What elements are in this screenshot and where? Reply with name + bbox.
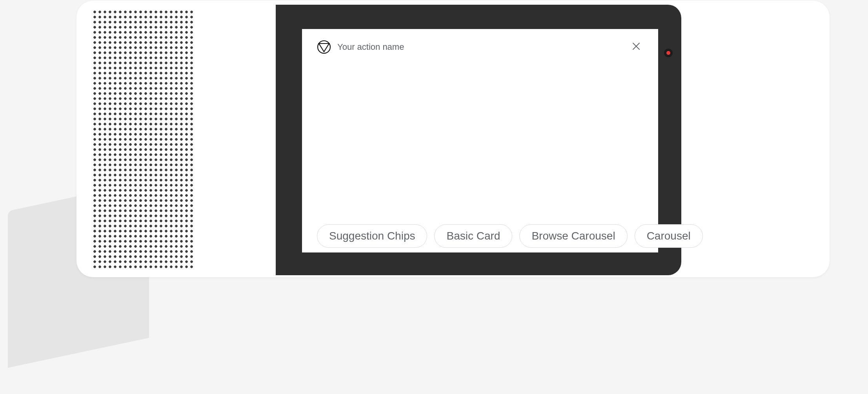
- screen-body: [302, 54, 658, 224]
- app-logo-icon: [317, 40, 331, 54]
- chip-label: Suggestion Chips: [329, 230, 415, 242]
- chip-basic-card[interactable]: Basic Card: [434, 224, 512, 248]
- screen-header: Your action name: [302, 29, 658, 54]
- chip-browse-carousel[interactable]: Browse Carousel: [519, 224, 627, 248]
- chip-label: Carousel: [647, 230, 691, 242]
- screen-bezel: Your action name Suggestion Chips: [276, 5, 681, 275]
- camera-indicator-icon: [664, 49, 673, 57]
- action-name-label: Your action name: [337, 42, 623, 52]
- speaker-grille: [92, 9, 194, 268]
- close-button[interactable]: [629, 40, 643, 54]
- chip-label: Browse Carousel: [531, 230, 615, 242]
- chip-suggestion-chips[interactable]: Suggestion Chips: [317, 224, 427, 248]
- chip-carousel[interactable]: Carousel: [635, 224, 703, 248]
- suggestion-chip-row: Suggestion Chips Basic Card Browse Carou…: [302, 224, 658, 252]
- screen-content: Your action name Suggestion Chips: [302, 29, 658, 252]
- chip-label: Basic Card: [446, 230, 500, 242]
- viewport: Your action name Suggestion Chips: [0, 0, 868, 394]
- close-icon: [631, 42, 641, 53]
- smart-display-device: Your action name Suggestion Chips: [76, 1, 830, 277]
